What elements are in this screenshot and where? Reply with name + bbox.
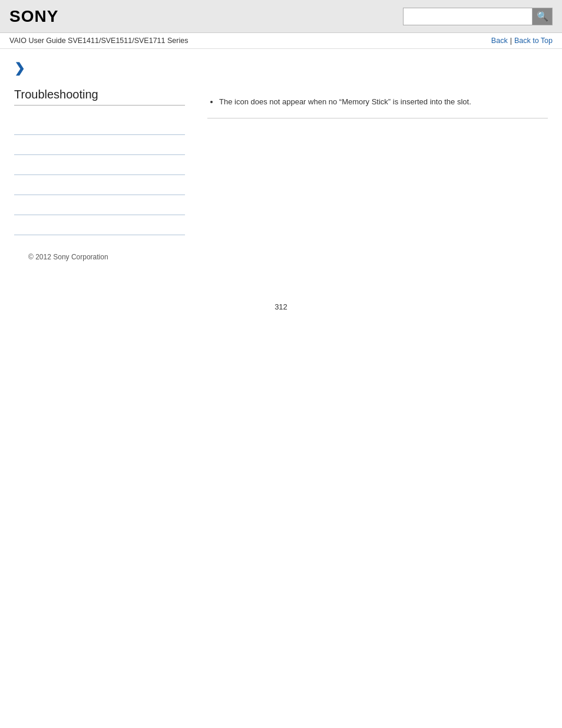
sidebar-link-item[interactable] <box>14 115 185 135</box>
search-button[interactable]: 🔍 <box>533 8 553 25</box>
content-list: The icon does not appear when no “Memory… <box>207 96 548 108</box>
list-item: The icon does not appear when no “Memory… <box>219 96 548 108</box>
header: SONY 🔍 <box>0 0 562 33</box>
nav-links: Back | Back to Top <box>491 37 553 45</box>
nav-separator: | <box>510 37 512 45</box>
sidebar-link-item[interactable] <box>14 215 185 235</box>
sidebar-link-item[interactable] <box>14 135 185 155</box>
sidebar-link-label <box>14 182 16 190</box>
back-to-top-link[interactable]: Back to Top <box>514 37 553 45</box>
back-link[interactable]: Back <box>491 37 508 45</box>
back-to-top-label: Back to Top <box>514 37 553 45</box>
content-area: The icon does not appear when no “Memory… <box>189 49 562 279</box>
sidebar: ❯ Troubleshooting © 2012 Sony Corporatio… <box>0 49 189 279</box>
search-input[interactable] <box>403 8 533 25</box>
breadcrumb: VAIO User Guide SVE1411/SVE1511/SVE1711 … <box>9 37 188 45</box>
sidebar-link-label <box>14 141 16 150</box>
sidebar-title: Troubleshooting <box>14 88 185 106</box>
sidebar-link-item[interactable] <box>14 175 185 195</box>
search-icon: 🔍 <box>537 11 548 22</box>
content-divider <box>207 118 548 118</box>
main: ❯ Troubleshooting © 2012 Sony Corporatio… <box>0 49 562 279</box>
search-area: 🔍 <box>403 8 553 25</box>
sony-logo: SONY <box>9 7 58 26</box>
nav-bar: VAIO User Guide SVE1411/SVE1511/SVE1711 … <box>0 33 562 49</box>
sidebar-link-label <box>14 202 16 210</box>
sidebar-link-item[interactable] <box>14 195 185 215</box>
sidebar-link-label <box>14 162 16 170</box>
sidebar-link-item[interactable] <box>14 155 185 175</box>
sidebar-link-label <box>14 222 16 230</box>
page-number: 312 <box>0 279 562 323</box>
sidebar-link-label <box>14 121 16 130</box>
chevron-right-icon: ❯ <box>14 61 179 76</box>
footer-copyright: © 2012 Sony Corporation <box>14 235 179 267</box>
